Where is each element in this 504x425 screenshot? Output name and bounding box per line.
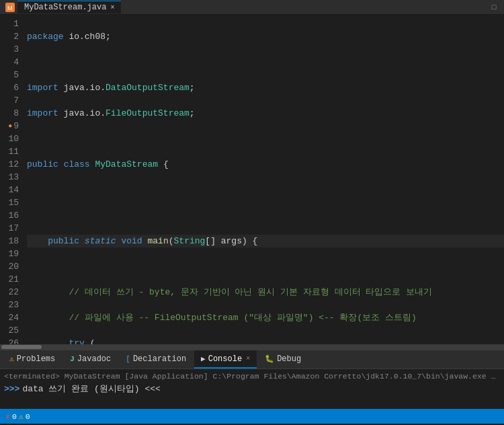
panel-tab-bar: ⚠ Problems J Javadoc [ Declaration ▶ Con… <box>0 350 504 369</box>
tab-filename: MyDataStream.java <box>24 3 106 12</box>
tab-console[interactable]: ▶ Console × <box>194 350 257 369</box>
console-output: >>> data 쓰기 완료 (원시타입) <<< <box>4 383 500 396</box>
tab-javadoc[interactable]: J Javadoc <box>63 350 118 369</box>
console-icon: ▶ <box>201 354 206 363</box>
console-output-text: data 쓰기 완료 (원시타입) <<< <box>22 383 160 396</box>
code-container: 1 2 3 4 5 6 7 8 ●9 10 11 12 13 14 15 16 … <box>0 15 504 344</box>
javadoc-icon: J <box>70 355 75 363</box>
scrollbar-thumb[interactable] <box>1 345 42 349</box>
code-line-4: import java.io.FileOutputStream; <box>27 107 504 120</box>
code-line-13: try ( <box>27 337 504 344</box>
code-line-8 <box>27 209 504 222</box>
console-tab-label: Console <box>208 354 242 364</box>
tab-problems[interactable]: ⚠ Problems <box>3 350 62 369</box>
javadoc-tab-label: Javadoc <box>77 354 111 364</box>
code-line-10 <box>27 260 504 273</box>
debug-icon: 🐛 <box>265 354 274 363</box>
code-line-1: package io.ch08; <box>27 30 504 43</box>
horizontal-scrollbar[interactable] <box>0 344 504 350</box>
problems-icon: ⚠ <box>9 354 14 363</box>
console-path: <terminated> MyDataStream [Java Applicat… <box>4 371 500 383</box>
svg-text:M: M <box>7 5 13 11</box>
title-bar: M MyDataStream.java × □ <box>0 0 504 15</box>
console-prompt: >>> <box>4 383 19 396</box>
warning-icon: ⚠ <box>19 412 24 421</box>
tab-declaration[interactable]: [ Declaration <box>119 350 193 369</box>
app-icon: M <box>5 3 15 12</box>
error-count: 0 <box>12 412 17 421</box>
code-line-11: // 데이터 쓰기 - byte, 문자 기반이 아닌 원시 기본 자료형 데이… <box>27 286 504 299</box>
code-line-3: import java.io.DataOutputStream; <box>27 81 504 94</box>
code-line-12: // 파일에 사용 -- FileOutputStream ("대상 파일명")… <box>27 311 504 324</box>
problems-tab-label: Problems <box>17 354 56 364</box>
tab-close-icon[interactable]: × <box>110 4 114 11</box>
declaration-tab-label: Declaration <box>133 354 186 364</box>
line-numbers: 1 2 3 4 5 6 7 8 ●9 10 11 12 13 14 15 16 … <box>0 15 24 344</box>
window-controls: □ <box>489 3 499 12</box>
status-bar: ✗ 0 ⚠ 0 <box>0 409 504 424</box>
code-editor[interactable]: package io.ch08; import java.io.DataOutp… <box>24 15 504 344</box>
editor-tab[interactable]: MyDataStream.java × <box>17 1 121 13</box>
debug-tab-label: Debug <box>277 354 301 364</box>
maximize-button[interactable]: □ <box>489 3 499 12</box>
declaration-icon: [ <box>126 355 130 363</box>
code-line-2 <box>27 56 504 69</box>
tab-debug[interactable]: 🐛 Debug <box>258 350 308 369</box>
code-line-6: public class MyDataStream { <box>27 158 504 171</box>
code-line-7 <box>27 184 504 196</box>
error-icon: ✗ <box>5 412 10 421</box>
editor-area: 1 2 3 4 5 6 7 8 ●9 10 11 12 13 14 15 16 … <box>0 15 504 350</box>
bottom-panel: ⚠ Problems J Javadoc [ Declaration ▶ Con… <box>0 350 504 409</box>
code-line-5 <box>27 132 504 145</box>
status-problems: ✗ 0 ⚠ 0 <box>5 412 30 421</box>
code-line-9: public static void main(String[] args) { <box>27 235 504 247</box>
warning-count: 0 <box>26 412 30 421</box>
console-panel: <terminated> MyDataStream [Java Applicat… <box>0 369 504 409</box>
console-tab-close[interactable]: × <box>246 355 250 362</box>
